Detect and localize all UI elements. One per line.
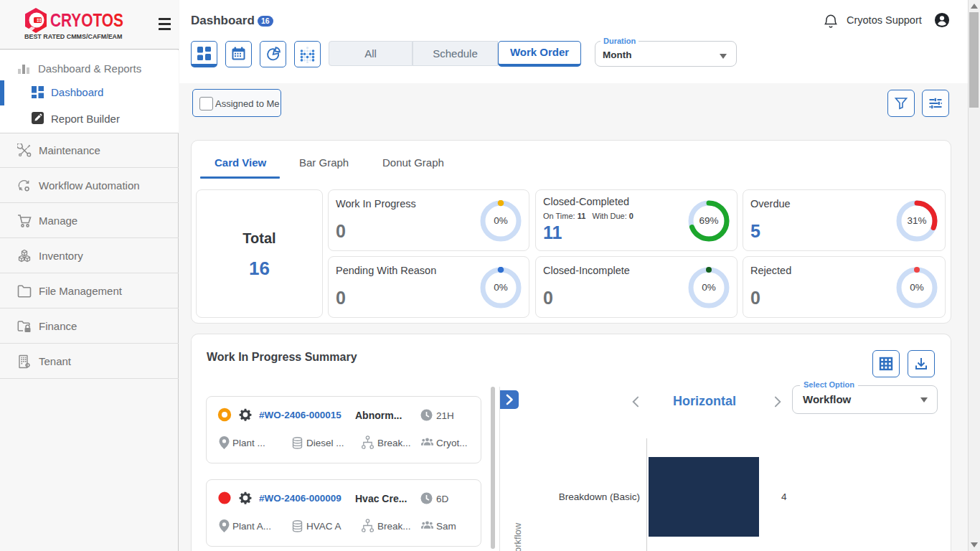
svg-text:CRYOTOS: CRYOTOS: [50, 10, 123, 30]
